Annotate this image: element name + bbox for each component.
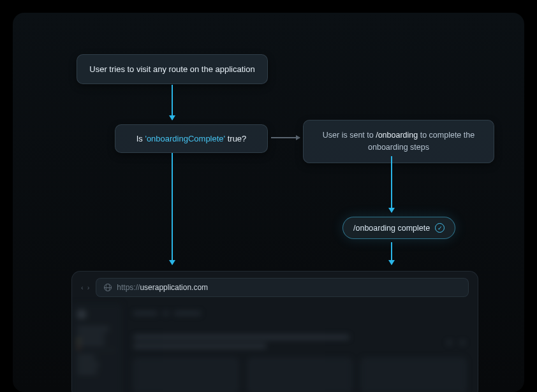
dot-icon xyxy=(447,340,452,345)
placeholder-line xyxy=(163,311,169,316)
placeholder-line xyxy=(133,344,267,349)
pill-text: /onboarding complete xyxy=(353,224,430,233)
sidebar-item xyxy=(77,327,109,331)
chevron-left-icon: ‹ xyxy=(81,284,84,291)
divider xyxy=(77,350,117,351)
check-circle-icon: ✓ xyxy=(435,223,445,233)
placeholder-card xyxy=(361,358,466,392)
node-text: User tries to visit any route on the app… xyxy=(89,64,254,74)
flow-node-check: Is 'onboardingComplete' true? xyxy=(115,124,268,153)
arrow-right-icon xyxy=(271,137,300,138)
avatar xyxy=(77,310,86,319)
url-domain: userapplication.com xyxy=(140,283,208,292)
dot-icon xyxy=(460,340,465,345)
arrow-down-icon xyxy=(172,85,173,120)
globe-icon xyxy=(104,284,112,291)
arrow-down-icon xyxy=(172,153,173,265)
arrow-down-icon xyxy=(391,156,392,212)
arrow-down-icon xyxy=(391,242,392,265)
chevron-right-icon: › xyxy=(87,284,90,291)
browser-url-bar: https://userapplication.com xyxy=(96,278,469,297)
node-text-route: /onboarding xyxy=(376,131,418,140)
browser-toolbar: ‹ › https://userapplication.com xyxy=(72,272,478,303)
flow-node-complete: /onboarding complete ✓ xyxy=(342,217,455,239)
browser-nav-controls: ‹ › xyxy=(81,284,89,291)
flow-node-onboarding: User is sent to /onboarding to complete … xyxy=(303,120,494,163)
sidebar-item xyxy=(77,363,99,367)
sidebar-item xyxy=(77,334,105,338)
sidebar-item xyxy=(77,356,95,359)
placeholder-card xyxy=(133,358,239,392)
app-sidebar xyxy=(72,303,122,392)
placeholder-line xyxy=(133,335,349,340)
sidebar-item xyxy=(77,341,105,345)
placeholder-line xyxy=(174,311,201,316)
flow-node-start: User tries to visit any route on the app… xyxy=(77,54,268,84)
node-text-suffix: true? xyxy=(225,134,246,143)
sidebar-item xyxy=(77,370,97,374)
browser-mockup: ‹ › https://userapplication.com xyxy=(71,271,478,392)
placeholder-line xyxy=(133,311,158,316)
url-prefix: https:// xyxy=(117,283,140,292)
diagram-canvas: User tries to visit any route on the app… xyxy=(13,13,524,392)
browser-content-blurred xyxy=(72,303,478,392)
node-text-prefix: User is sent to xyxy=(323,131,376,140)
node-text-code: 'onboardingComplete' xyxy=(145,134,225,143)
placeholder-card xyxy=(247,358,353,392)
app-main xyxy=(122,303,478,392)
node-text-prefix: Is xyxy=(136,134,145,143)
